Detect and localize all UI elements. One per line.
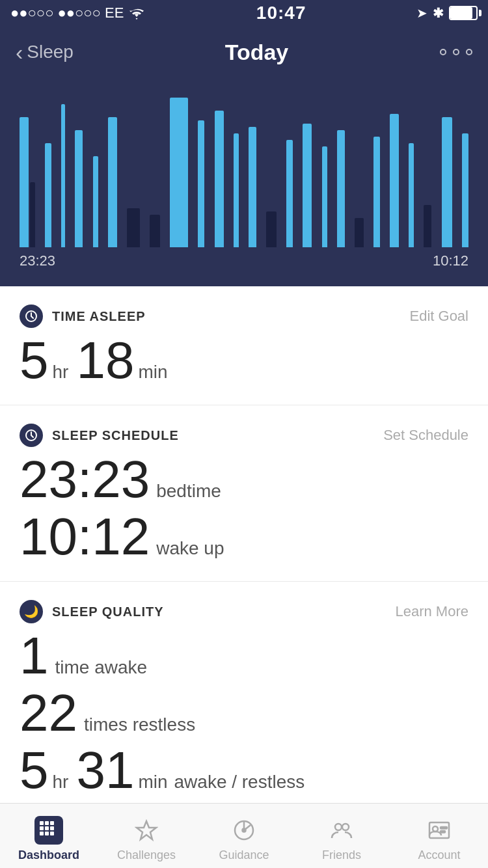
- bar: [322, 146, 327, 247]
- tab-challenges[interactable]: Challenges: [98, 809, 195, 862]
- bar-group-13: [249, 91, 256, 247]
- edit-goal-button[interactable]: Edit Goal: [410, 308, 469, 325]
- restless-hr-unit: hr: [53, 772, 69, 793]
- restless-minutes: 31: [76, 744, 134, 796]
- tab-account[interactable]: Account: [390, 809, 488, 862]
- back-label: Sleep: [27, 42, 74, 62]
- sleep-quality-icon: 🌙: [20, 600, 43, 623]
- bar-group-7: [127, 91, 140, 247]
- svg-point-16: [335, 824, 342, 830]
- bar: [170, 98, 188, 247]
- bar-group-9: [170, 91, 188, 247]
- bedtime-value: 23:23: [20, 454, 150, 506]
- sleep-quality-title-group: 🌙 SLEEP QUALITY: [20, 600, 164, 623]
- svg-point-17: [342, 824, 349, 830]
- bar-group-1: [20, 91, 35, 247]
- account-icon-svg: [427, 819, 451, 842]
- svg-rect-3: [45, 821, 49, 825]
- signal-dots: ●●○○○: [10, 5, 53, 21]
- svg-rect-21: [441, 831, 445, 833]
- svg-rect-4: [50, 821, 54, 825]
- tab-dashboard[interactable]: Dashboard: [0, 809, 98, 862]
- nav-dot-2: [453, 49, 459, 55]
- bedtime-label: bedtime: [156, 481, 221, 502]
- wakeup-stat: 10:12 wake up: [20, 511, 468, 563]
- status-bar: ●●○○○ ●●○○○ EE 10:47 ➤ ✱: [0, 0, 488, 26]
- bar: [424, 205, 431, 247]
- sleep-quality-title: SLEEP QUALITY: [52, 604, 164, 619]
- schedule-clock-icon: [25, 429, 38, 442]
- bar: [75, 130, 83, 247]
- bar: [337, 130, 345, 247]
- times-restless-label: times restless: [84, 714, 195, 735]
- wifi-icon: [128, 7, 146, 20]
- battery-icon: [449, 6, 478, 20]
- battery-fill: [450, 7, 472, 19]
- sleep-quality-section: 🌙 SLEEP QUALITY Learn More 1 time awake …: [0, 582, 488, 815]
- carrier-name: ●●○○○ EE: [57, 5, 124, 21]
- times-awake-label: time awake: [55, 657, 148, 678]
- time-asleep-hours: 5: [20, 334, 49, 387]
- guidance-icon: [230, 816, 258, 845]
- svg-rect-2: [40, 821, 44, 825]
- bar: [93, 156, 98, 247]
- back-button[interactable]: ‹ Sleep: [16, 40, 74, 65]
- tab-account-label: Account: [418, 848, 460, 862]
- svg-rect-9: [45, 832, 49, 835]
- content-area: TIME ASLEEP Edit Goal 5 hr 18 min SLEEP …: [0, 286, 488, 868]
- chart-end-time: 10:12: [433, 252, 468, 269]
- bar: [442, 117, 452, 247]
- status-time: 10:47: [256, 3, 306, 23]
- bar: [45, 143, 51, 247]
- sleep-chart: 23:23 10:12: [0, 78, 488, 286]
- sleep-schedule-header: SLEEP SCHEDULE Set Schedule: [20, 424, 468, 447]
- back-arrow-icon: ‹: [16, 40, 23, 65]
- tab-friends[interactable]: Friends: [293, 809, 390, 862]
- bar: [303, 124, 312, 247]
- bar-group-2: [45, 91, 51, 247]
- bar-group-23: [424, 91, 431, 247]
- friends-icon-svg: [330, 819, 353, 842]
- restless-min-unit: min: [138, 772, 167, 793]
- bar: [355, 218, 364, 247]
- challenges-icon: [132, 816, 161, 845]
- bar-group-22: [409, 91, 414, 247]
- bar: [30, 182, 35, 247]
- svg-rect-20: [441, 827, 447, 829]
- learn-more-button[interactable]: Learn More: [395, 603, 468, 620]
- guidance-icon-svg: [232, 819, 256, 842]
- location-icon: ➤: [416, 5, 427, 21]
- friends-icon: [327, 816, 356, 845]
- tab-bar: Dashboard Challenges Guidance: [0, 803, 488, 868]
- bar-group-16: [303, 91, 312, 247]
- chart-timestamps: 23:23 10:12: [20, 247, 468, 269]
- bar: [373, 137, 380, 247]
- dashboard-icon-svg: [37, 819, 61, 842]
- bar: [108, 117, 117, 247]
- bedtime-stat: 23:23 bedtime: [20, 454, 468, 506]
- svg-rect-10: [50, 832, 54, 835]
- tab-dashboard-label: Dashboard: [18, 848, 79, 862]
- set-schedule-button[interactable]: Set Schedule: [383, 427, 468, 444]
- bar: [198, 120, 204, 247]
- nav-title: Today: [225, 40, 289, 65]
- bar-group-11: [215, 91, 224, 247]
- svg-rect-6: [45, 826, 49, 830]
- sleep-schedule-title: SLEEP SCHEDULE: [52, 428, 179, 443]
- bar-group-20: [373, 91, 380, 247]
- bar-group-8: [150, 91, 160, 247]
- times-restless-stat: 22 times restless: [20, 687, 468, 739]
- tab-guidance[interactable]: Guidance: [195, 809, 293, 862]
- svg-point-15: [243, 829, 246, 832]
- sleep-quality-header: 🌙 SLEEP QUALITY Learn More: [20, 600, 468, 623]
- time-asleep-title: TIME ASLEEP: [52, 309, 146, 324]
- nav-dots[interactable]: [440, 49, 472, 55]
- bar: [462, 133, 468, 247]
- time-asleep-min-unit: min: [138, 362, 167, 383]
- time-asleep-section: TIME ASLEEP Edit Goal 5 hr 18 min: [0, 286, 488, 405]
- restless-label: awake / restless: [174, 772, 305, 793]
- chart-start-time: 23:23: [20, 252, 55, 269]
- bar-group-12: [234, 91, 239, 247]
- bar: [266, 211, 277, 247]
- bar-group-24: [442, 91, 452, 247]
